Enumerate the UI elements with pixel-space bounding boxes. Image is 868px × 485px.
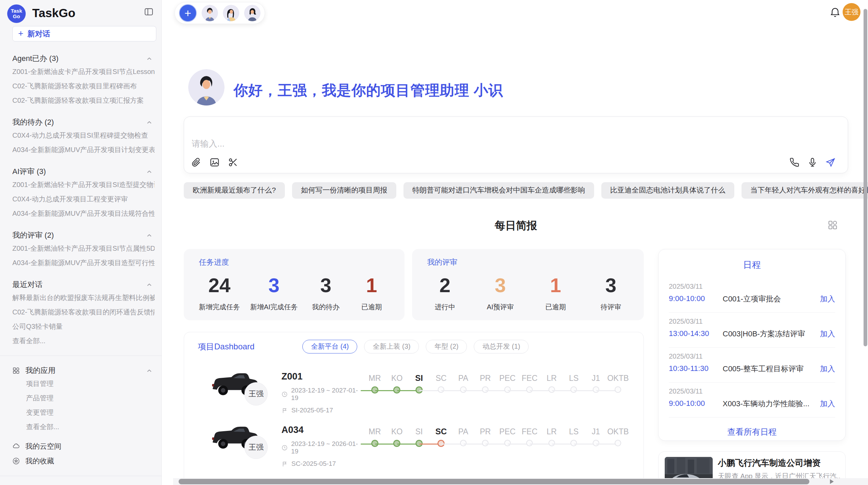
schedule-event: 2025/03/1110:30-11:30C005-整车工程目标评审加入: [669, 348, 835, 383]
sidebar-section-header[interactable]: Agent已办 (3): [12, 53, 155, 64]
milestone-dot[interactable]: [460, 440, 467, 446]
sidebar-item[interactable]: C02-飞腾新能源轻客改款项目立项汇报方案: [12, 93, 155, 108]
milestone-label: PEC: [496, 373, 519, 383]
milestone-dot[interactable]: [593, 440, 599, 446]
dashboard-filter-chip[interactable]: 全新上装 (3): [364, 340, 419, 353]
sidebar-apps-header[interactable]: 我的应用: [12, 365, 155, 376]
sidebar-section: 最近对话 解释最新出台的欧盟报废车法规再生塑料比例被调至15%...C02-飞腾…: [12, 279, 155, 348]
phone-icon[interactable]: [789, 157, 800, 167]
sidebar-app-item[interactable]: 项目管理: [26, 376, 155, 391]
sidebar-tool-link[interactable]: AI超级员工: [12, 482, 155, 485]
chat-input-box[interactable]: 请输入...: [184, 116, 848, 173]
sidebar-quick-link[interactable]: 我的云空间: [12, 439, 155, 453]
event-join-link[interactable]: 加入: [820, 364, 835, 374]
scissors-icon[interactable]: [228, 157, 238, 167]
project-row[interactable]: 王强Z0012023-12-19 ~ 2027-01-19SI-2025-05-…: [184, 361, 643, 413]
sidebar-apps-title: 我的应用: [25, 365, 56, 376]
horizontal-scrollbar-thumb[interactable]: [179, 479, 809, 484]
milestone-dot[interactable]: [593, 386, 599, 393]
sidebar-section-title: 我的评审 (2): [12, 230, 54, 240]
milestone-label: FEC: [519, 373, 541, 383]
sidebar-item[interactable]: C02-飞腾新能源轻客改款项目的闭环通告反馈情况: [12, 305, 155, 319]
milestone-dot[interactable]: [482, 386, 489, 393]
sidebar-section-header[interactable]: 我的评审 (2): [12, 229, 155, 241]
sidebar-app-item[interactable]: 查看全部...: [26, 420, 155, 434]
horizontal-scrollbar[interactable]: [173, 478, 868, 485]
sidebar-item[interactable]: A034-全新新能源MUV产品开发项目造型可行性评审: [12, 256, 155, 270]
briefing-layout-icon[interactable]: [828, 220, 838, 230]
suggestion-chip[interactable]: 当下年轻人对汽车外观有怎样的喜好趋势: [742, 182, 868, 199]
milestone-dot[interactable]: [615, 440, 621, 446]
suggestion-chip[interactable]: 欧洲新规最近颁布了什么?: [184, 182, 285, 199]
sidebar-item[interactable]: 公司Q3轻卡销量: [12, 319, 155, 334]
dashboard-filter-chip[interactable]: 全新平台 (4): [302, 340, 357, 353]
user-avatar[interactable]: 王强: [843, 3, 860, 21]
event-join-link[interactable]: 加入: [820, 399, 835, 409]
sidebar-item[interactable]: C0X4-动力总成开发项目工程变更评审: [12, 192, 155, 206]
notification-bell-icon[interactable]: [830, 7, 841, 17]
milestone-dot[interactable]: [504, 440, 511, 446]
sidebar-section: Agent已办 (3) Z001-全新燃油皮卡产品开发项目SI节点Lesson …: [12, 53, 155, 108]
assistant-avatar-1[interactable]: [202, 5, 218, 21]
scroll-right-arrow-icon[interactable]: [830, 479, 834, 484]
mic-icon[interactable]: [807, 157, 818, 167]
new-chat-button[interactable]: + 新对话: [12, 26, 156, 41]
suggestion-chip[interactable]: 如何写一份清晰的项目周报: [292, 182, 396, 199]
milestone-dot[interactable]: [482, 440, 489, 446]
sidebar-item[interactable]: A034-全新新能源MUV产品开发项目计划变更表编写: [12, 142, 155, 157]
vertical-scrollbar-thumb[interactable]: [864, 9, 867, 346]
milestone: LS: [563, 373, 585, 396]
milestone-dot[interactable]: [460, 386, 467, 393]
sidebar-section-header[interactable]: AI评审 (3): [12, 166, 155, 177]
milestone-dot[interactable]: [526, 386, 533, 393]
event-join-link[interactable]: 加入: [820, 294, 835, 304]
sidebar-item[interactable]: C02-飞腾新能源轻客改款项目里程碑画布: [12, 79, 155, 93]
milestone-dot[interactable]: [504, 386, 511, 393]
milestone-dot-area: [364, 386, 386, 396]
send-icon[interactable]: [825, 157, 835, 167]
milestone-dot[interactable]: [526, 440, 533, 446]
sidebar-item[interactable]: Z001-全新燃油皮卡产品开发项目SI节点Lesson Learn报告: [12, 64, 155, 79]
milestone-dot-area: [563, 386, 585, 396]
sidebar-item[interactable]: Z001-全新燃油轻卡产品开发项目SI造型提交物评审: [12, 177, 155, 192]
attach-icon[interactable]: [191, 157, 201, 167]
stat-item: 24新增完成任务: [199, 273, 240, 312]
grid-icon: [12, 367, 20, 374]
add-assistant-button[interactable]: +: [179, 4, 197, 22]
milestone-dot[interactable]: [570, 440, 577, 446]
sidebar-quick-link[interactable]: 我的收藏: [12, 453, 155, 468]
suggestion-chip[interactable]: 比亚迪全固态电池计划具体说了什么: [601, 182, 734, 199]
image-icon[interactable]: [209, 157, 220, 167]
milestone-label: SI: [408, 427, 430, 436]
milestone-dot[interactable]: [438, 386, 444, 393]
sidebar-collapse-icon[interactable]: [144, 8, 153, 16]
milestone: PA: [452, 373, 474, 396]
dashboard-filter-chip[interactable]: 年型 (2): [426, 340, 467, 353]
stat-card-title: 任务进度: [199, 257, 389, 268]
milestone-label: J1: [585, 373, 607, 383]
sidebar-item[interactable]: A034-全新新能源MUV产品开发项目法规符合性评审: [12, 206, 155, 221]
suggestion-chip[interactable]: 特朗普可能对进口汽车增税会对中国车企造成哪些影响: [403, 182, 594, 199]
milestone: J1: [585, 373, 607, 396]
view-all-schedule-link[interactable]: 查看所有日程: [669, 426, 835, 437]
sidebar-app-item[interactable]: 变更管理: [26, 405, 155, 420]
sidebar-item[interactable]: 查看全部...: [12, 334, 155, 348]
assistant-avatar-2[interactable]: [223, 5, 239, 21]
input-actions: [789, 157, 835, 167]
sidebar-section-header[interactable]: 我的待办 (2): [12, 116, 155, 128]
project-row[interactable]: 王强A0342023-12-19 ~ 2026-01-19SC-2025-05-…: [184, 414, 643, 467]
milestone-label: LR: [541, 427, 563, 436]
sidebar-app-item[interactable]: 产品管理: [26, 391, 155, 405]
milestone-dot[interactable]: [615, 386, 621, 393]
sidebar-item[interactable]: C0X4-动力总成开发项目SI里程碑提交物检查: [12, 128, 155, 142]
sidebar-section-title: 我的待办 (2): [12, 117, 54, 127]
milestone-dot[interactable]: [570, 386, 577, 393]
sidebar-item[interactable]: 解释最新出台的欧盟报废车法规再生塑料比例被调至15%...: [12, 290, 155, 305]
dashboard-filter-chip[interactable]: 动总开发 (1): [474, 340, 529, 353]
sidebar-section-header[interactable]: 最近对话: [12, 279, 155, 290]
milestone-dot[interactable]: [548, 440, 555, 446]
assistant-avatar-3[interactable]: [244, 5, 261, 21]
milestone-dot[interactable]: [548, 386, 555, 393]
sidebar-item[interactable]: Z001-全新燃油轻卡产品开发项目SI节点属性5D文件评审: [12, 241, 155, 256]
event-join-link[interactable]: 加入: [820, 329, 835, 339]
